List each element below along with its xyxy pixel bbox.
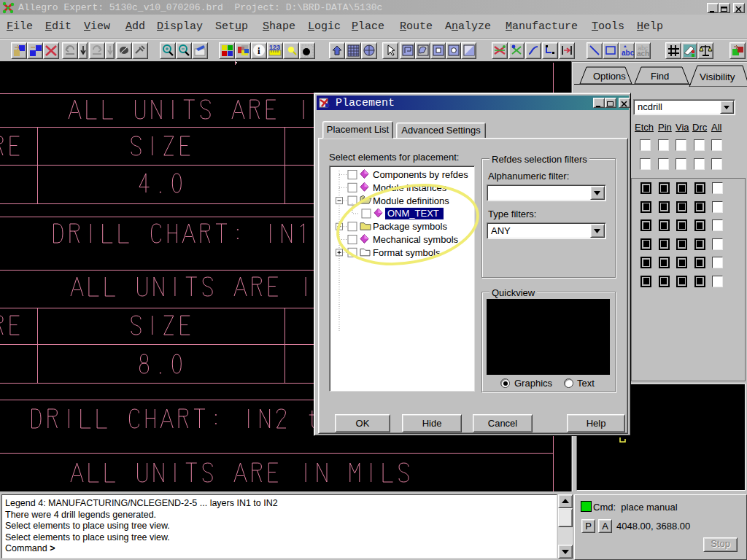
- svg-text:Module definitions: Module definitions: [373, 195, 449, 206]
- svg-text:Format symbols: Format symbols: [373, 247, 441, 258]
- svg-text:ONM_TEXT: ONM_TEXT: [387, 208, 439, 219]
- svg-text:Options: Options: [593, 71, 626, 82]
- svg-text:i: i: [258, 45, 260, 56]
- svg-text:Visibility: Visibility: [700, 71, 735, 82]
- svg-text:Package symbols: Package symbols: [373, 221, 447, 232]
- svg-text:Find: Find: [651, 71, 669, 82]
- svg-text:abc: abc: [622, 49, 635, 57]
- svg-text:Components by refdes: Components by refdes: [373, 169, 468, 180]
- svg-text:Module instances: Module instances: [373, 182, 447, 193]
- svg-text:ach: ach: [637, 50, 649, 58]
- svg-text:Mechanical symbols: Mechanical symbols: [373, 234, 459, 245]
